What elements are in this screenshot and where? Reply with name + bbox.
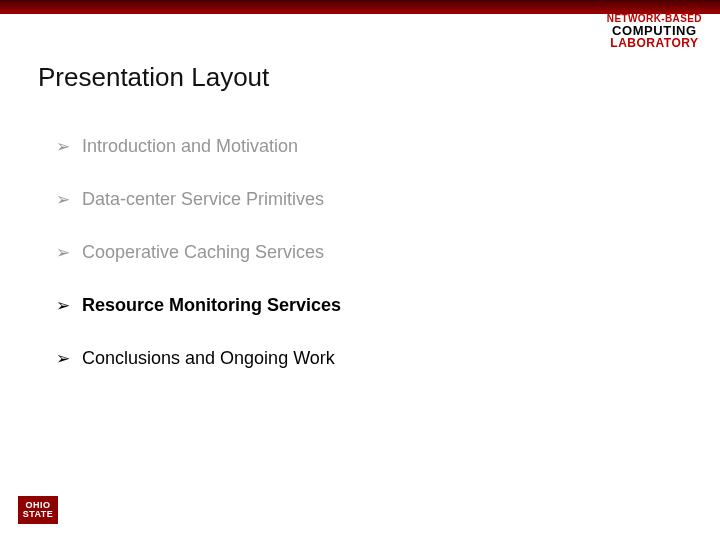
bullet-arrow-icon: ➢ bbox=[56, 189, 72, 210]
bullet-text: Resource Monitoring Services bbox=[82, 295, 341, 316]
bullet-list: ➢ Introduction and Motivation ➢ Data-cen… bbox=[56, 136, 341, 401]
bullet-arrow-icon: ➢ bbox=[56, 136, 72, 157]
bullet-item: ➢ Cooperative Caching Services bbox=[56, 242, 341, 263]
bullet-text: Data-center Service Primitives bbox=[82, 189, 324, 210]
lab-logo: NETWORK-BASED COMPUTING LABORATORY bbox=[607, 14, 702, 49]
slide: NETWORK-BASED COMPUTING LABORATORY Prese… bbox=[0, 0, 720, 540]
bullet-text: Introduction and Motivation bbox=[82, 136, 298, 157]
bullet-arrow-icon: ➢ bbox=[56, 242, 72, 263]
bullet-arrow-icon: ➢ bbox=[56, 348, 72, 369]
slide-title: Presentation Layout bbox=[38, 62, 269, 93]
university-logo-line2: STATE bbox=[23, 510, 54, 519]
bullet-item: ➢ Data-center Service Primitives bbox=[56, 189, 341, 210]
header-bar bbox=[0, 0, 720, 14]
bullet-arrow-icon: ➢ bbox=[56, 295, 72, 316]
university-logo: OHIO STATE bbox=[18, 496, 58, 524]
bullet-text: Conclusions and Ongoing Work bbox=[82, 348, 335, 369]
university-logo-block: OHIO STATE bbox=[18, 496, 58, 524]
bullet-item: ➢ Introduction and Motivation bbox=[56, 136, 341, 157]
bullet-item: ➢ Resource Monitoring Services bbox=[56, 295, 341, 316]
lab-logo-line3: LABORATORY bbox=[607, 37, 702, 49]
bullet-item: ➢ Conclusions and Ongoing Work bbox=[56, 348, 341, 369]
bullet-text: Cooperative Caching Services bbox=[82, 242, 324, 263]
